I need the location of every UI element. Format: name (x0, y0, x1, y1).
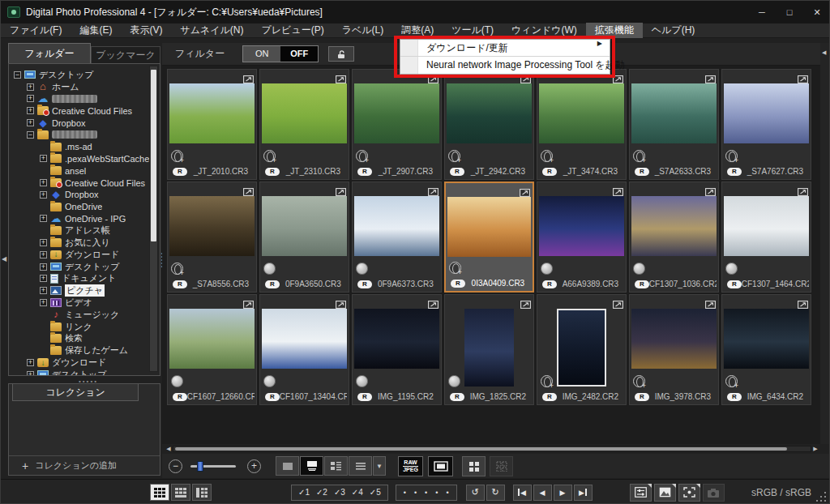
thumbnail-cell[interactable]: RIMG_3978.CR3 (629, 294, 719, 405)
tree-item[interactable]: +♪ミュージック (9, 309, 160, 321)
multi-layout-button[interactable] (462, 456, 486, 476)
rating-button[interactable]: ✓5 (366, 488, 384, 497)
thumbnail-cell[interactable]: R_S7A8556.CR3 (167, 182, 257, 293)
thumbnail-cell[interactable]: RCF1307_1036.CR2 (629, 182, 719, 293)
tree-item[interactable]: +☁ (9, 93, 160, 105)
color-label-dot[interactable]: • (431, 489, 442, 497)
photo-thumbnail[interactable] (724, 309, 809, 369)
color-label-dot[interactable]: • (442, 489, 452, 497)
thumbnail-cell[interactable]: R0F9A6373.CR3 (352, 182, 442, 293)
expander-icon[interactable]: + (40, 155, 47, 162)
rating-button[interactable]: ✓4 (349, 488, 366, 497)
menu-item-download-update[interactable]: ダウンロード/更新 (400, 40, 610, 57)
view-thumbnail-info-button[interactable] (300, 456, 323, 476)
thumbnail-cell[interactable]: RIMG_2482.CR2 (537, 294, 627, 405)
tree-item[interactable]: +お気に入り (9, 237, 160, 249)
tree-item[interactable]: +OneDrive (9, 201, 160, 213)
menubar-item[interactable]: プレビュー(P) (253, 23, 333, 38)
tree-item[interactable]: +.pexaWebStartCache (9, 153, 160, 165)
tree-item[interactable]: −デスクトップ (9, 69, 160, 81)
photo-thumbnail[interactable] (354, 196, 439, 256)
thumbnail-cell[interactable]: R_JT_2010.CR3 (167, 69, 257, 180)
menubar-item[interactable]: サムネイル(N) (171, 23, 252, 38)
tree-item[interactable]: +ドキュメント (9, 273, 160, 285)
collapse-sidebar-arrow-icon[interactable]: ◀ (2, 255, 6, 263)
expander-icon[interactable]: + (27, 119, 34, 126)
photo-thumbnail[interactable] (631, 83, 717, 143)
raw-jpeg-toggle-button[interactable]: RAW JPEG (398, 456, 423, 476)
close-button[interactable]: ✕ (803, 1, 830, 23)
tree-item[interactable]: +ビデオ (9, 297, 160, 309)
photo-thumbnail[interactable] (169, 196, 255, 256)
thumbnail-cell[interactable]: R_JT_2907.CR3 (352, 69, 442, 180)
photo-thumbnail[interactable] (169, 309, 255, 369)
rating-button[interactable]: ✓3 (331, 488, 349, 497)
photo-thumbnail[interactable] (354, 309, 439, 369)
filter-off-button[interactable]: OFF (280, 46, 318, 62)
menubar-item[interactable]: ファイル(F) (1, 23, 71, 38)
tree-scrollbar[interactable] (149, 66, 158, 372)
filter-lock-button[interactable] (328, 46, 354, 62)
photo-thumbnail[interactable] (557, 309, 606, 387)
tree-item[interactable]: +保存したゲーム (9, 344, 160, 357)
color-label-dot[interactable]: • (410, 489, 421, 497)
add-collection-button[interactable]: + コレクションの追加 (9, 455, 160, 475)
expander-icon[interactable]: − (27, 131, 34, 139)
tab-folders[interactable]: フォルダー (8, 43, 91, 63)
tree-item[interactable]: +☁OneDrive - IPG (9, 213, 160, 225)
thumbnail-size-slider[interactable] (190, 465, 236, 468)
scrollbar-track[interactable] (173, 446, 811, 452)
photo-thumbnail[interactable] (447, 83, 532, 143)
tree-item[interactable]: +◆Dropbox (9, 117, 160, 129)
layout-vertical-button[interactable] (192, 484, 212, 501)
menubar-item[interactable]: ツール(T) (443, 23, 503, 38)
expander-icon[interactable]: + (27, 95, 34, 102)
grid-layout-button[interactable] (490, 456, 513, 476)
expander-icon[interactable]: − (14, 71, 21, 79)
photo-thumbnail[interactable] (539, 196, 624, 256)
view-small-thumbnail-button[interactable] (324, 456, 348, 476)
expander-icon[interactable]: + (27, 107, 34, 114)
slider-handle[interactable] (197, 461, 203, 472)
photo-thumbnail[interactable] (262, 309, 347, 369)
photo-thumbnail[interactable] (169, 83, 255, 143)
zoom-in-button[interactable]: + (247, 459, 261, 473)
menubar-item[interactable]: 表示(V) (121, 23, 171, 38)
menubar-item[interactable]: 拡張機能 (586, 23, 643, 38)
expander-icon[interactable]: + (40, 287, 47, 294)
thumbnail-cell[interactable]: R_JT_2310.CR3 (259, 69, 349, 180)
menubar-item[interactable]: ウィンドウ(W) (503, 23, 586, 38)
tree-item[interactable]: +⌂ホーム (9, 81, 160, 93)
thumbnail-cell[interactable]: R_S7A7627.CR3 (721, 69, 811, 180)
expander-icon[interactable]: + (40, 191, 47, 199)
previous-image-button[interactable]: ◀ (533, 485, 552, 501)
photo-thumbnail[interactable] (539, 83, 624, 143)
photo-thumbnail[interactable] (447, 197, 531, 257)
view-list-button[interactable] (349, 456, 372, 476)
menubar-item[interactable]: 編集(E) (71, 23, 121, 38)
layout-grid-button[interactable] (150, 484, 169, 501)
resize-grip[interactable] (816, 490, 828, 502)
thumbnail-cell[interactable]: R_S7A2633.CR3 (629, 69, 719, 180)
last-image-button[interactable]: ▶ (574, 485, 593, 501)
rating-button[interactable]: ✓1 (295, 488, 313, 497)
rotate-left-button[interactable]: ↺ (466, 485, 485, 501)
menubar-item[interactable]: 調整(A) (392, 23, 443, 38)
thumbnail-cell[interactable]: RCF1607_13404.CR2 (259, 294, 349, 405)
thumbnail-cell[interactable]: RA66A9389.CR3 (537, 182, 627, 293)
expander-icon[interactable]: + (40, 275, 47, 282)
rating-button[interactable]: ✓2 (313, 488, 331, 497)
menubar-item[interactable]: ヘルプ(H) (643, 23, 704, 38)
layout-horizontal-button[interactable] (171, 484, 190, 501)
photo-thumbnail[interactable] (262, 196, 347, 256)
tree-item[interactable]: +デスクトップ (9, 369, 160, 376)
photo-thumbnail[interactable] (464, 309, 514, 387)
expander-icon[interactable]: + (27, 371, 34, 376)
expander-icon[interactable]: + (40, 239, 47, 246)
rotate-right-button[interactable]: ↻ (486, 485, 505, 501)
tab-bookmarks[interactable]: ブックマーク (91, 46, 160, 63)
photo-thumbnail[interactable] (724, 196, 809, 256)
tree-item[interactable]: +ピクチャ (9, 284, 160, 297)
thumbnail-cell[interactable]: RCF1307_1464.CR2 (721, 182, 811, 293)
photo-thumbnail[interactable] (631, 196, 717, 256)
